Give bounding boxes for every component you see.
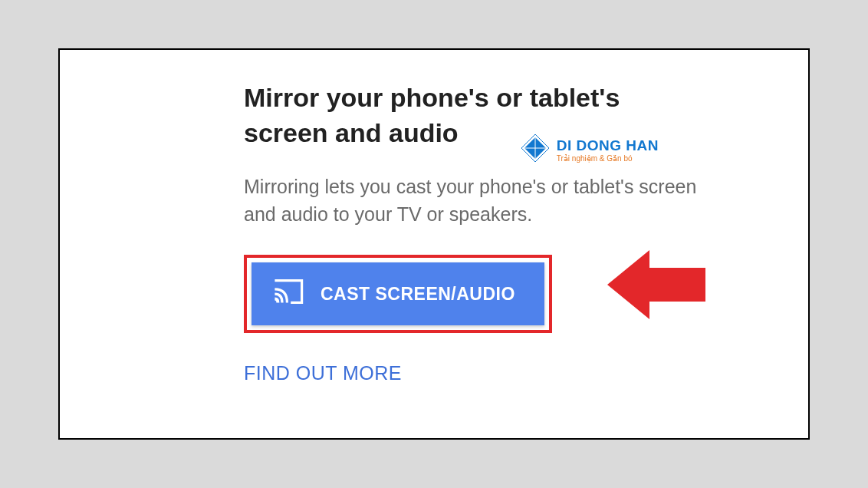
logo-tagline: Trải nghiệm & Gắn bó <box>557 154 659 163</box>
dialog-content: Mirror your phone's or tablet's screen a… <box>98 81 770 384</box>
arrow-pointer-icon <box>607 246 707 323</box>
dialog-description: Mirroring lets you cast your phone's or … <box>244 173 709 229</box>
watermark-logo: DI DONG HAN Trải nghiệm & Gắn bó <box>520 133 659 167</box>
logo-text-group: DI DONG HAN Trải nghiệm & Gắn bó <box>557 137 659 163</box>
cast-button-label: CAST SCREEN/AUDIO <box>321 284 515 305</box>
find-out-more-link[interactable]: FIND OUT MORE <box>244 362 402 384</box>
mirror-dialog-card: Mirror your phone's or tablet's screen a… <box>58 48 810 440</box>
highlighted-button-frame: CAST SCREEN/AUDIO <box>244 255 552 333</box>
cast-screen-audio-button[interactable]: CAST SCREEN/AUDIO <box>252 262 544 325</box>
svg-marker-0 <box>607 250 705 319</box>
diamond-logo-icon <box>520 133 551 167</box>
logo-brand-name: DI DONG HAN <box>557 137 659 154</box>
cast-icon <box>273 279 304 308</box>
